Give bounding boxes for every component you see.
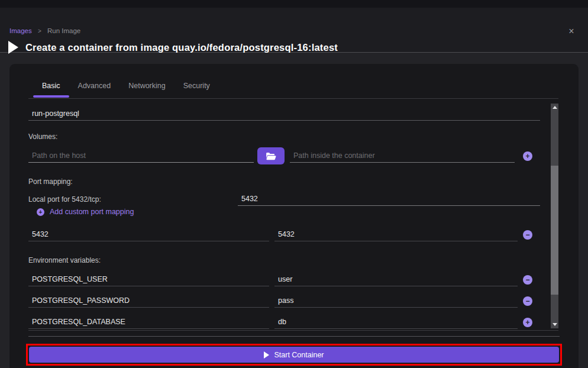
volume-host-path-input[interactable] bbox=[28, 150, 254, 163]
scroll-down-icon[interactable] bbox=[551, 320, 558, 328]
start-play-icon bbox=[264, 351, 269, 359]
tab-security[interactable]: Security bbox=[175, 82, 219, 98]
title-row: Create a container from image quay.io/fe… bbox=[8, 41, 338, 54]
custom-port-container-input[interactable] bbox=[274, 228, 518, 241]
add-custom-port-mapping-label: Add custom port mapping bbox=[50, 208, 134, 216]
scroll-area-border bbox=[28, 330, 558, 331]
add-env-variable-button[interactable]: + bbox=[523, 318, 532, 327]
env-name-input[interactable] bbox=[28, 316, 269, 329]
plus-circle-icon: + bbox=[37, 208, 44, 216]
env-name-input[interactable] bbox=[28, 273, 269, 286]
custom-port-host-input[interactable] bbox=[28, 228, 269, 241]
env-variables-label: Environment variables: bbox=[28, 256, 101, 264]
local-port-label: Local port for 5432/tcp: bbox=[28, 195, 101, 204]
active-tab-indicator bbox=[33, 95, 69, 98]
add-custom-port-mapping-link[interactable]: + Add custom port mapping bbox=[37, 208, 134, 216]
env-value-input[interactable] bbox=[274, 273, 518, 286]
window-titlebar bbox=[0, 0, 588, 8]
scroll-up-icon[interactable] bbox=[551, 104, 558, 112]
footer-divider bbox=[28, 336, 560, 337]
tab-bar: Basic Advanced Networking Security bbox=[28, 64, 558, 99]
annotation-highlight: Start Container bbox=[26, 344, 562, 366]
container-name-input[interactable] bbox=[28, 108, 540, 121]
dialog-header: Images > Run Image × Create a container … bbox=[0, 8, 588, 53]
volumes-label: Volumes: bbox=[28, 133, 57, 141]
start-container-button[interactable]: Start Container bbox=[29, 347, 559, 363]
scrollbar-thumb[interactable] bbox=[551, 166, 558, 295]
env-value-input[interactable] bbox=[274, 295, 518, 308]
start-container-label: Start Container bbox=[274, 351, 324, 359]
breadcrumb-separator: > bbox=[38, 28, 41, 34]
close-icon[interactable]: × bbox=[566, 25, 577, 37]
env-name-input[interactable] bbox=[28, 295, 269, 308]
form-scrollbar[interactable] bbox=[551, 104, 558, 328]
breadcrumb-images-link[interactable]: Images bbox=[9, 27, 32, 34]
tab-advanced[interactable]: Advanced bbox=[69, 82, 120, 98]
remove-port-mapping-button[interactable]: − bbox=[523, 230, 532, 240]
env-value-input[interactable] bbox=[274, 316, 518, 329]
tab-basic[interactable]: Basic bbox=[33, 82, 69, 98]
remove-env-variable-button[interactable]: − bbox=[523, 275, 532, 285]
tab-networking[interactable]: Networking bbox=[119, 82, 175, 98]
add-volume-button[interactable]: + bbox=[523, 151, 532, 161]
breadcrumb-current: Run Image bbox=[47, 27, 80, 34]
run-image-form-card: Basic Advanced Networking Security Volum… bbox=[9, 64, 579, 368]
port-mapping-label: Port mapping: bbox=[28, 177, 73, 186]
local-port-input[interactable] bbox=[238, 193, 540, 206]
open-folder-icon bbox=[266, 152, 276, 160]
page-title: Create a container from image quay.io/fe… bbox=[25, 42, 338, 53]
volume-container-path-input[interactable] bbox=[290, 150, 515, 163]
play-icon bbox=[8, 41, 18, 54]
breadcrumb: Images > Run Image bbox=[9, 27, 80, 34]
remove-env-variable-button[interactable]: − bbox=[523, 296, 532, 306]
browse-folder-button[interactable] bbox=[257, 147, 285, 164]
